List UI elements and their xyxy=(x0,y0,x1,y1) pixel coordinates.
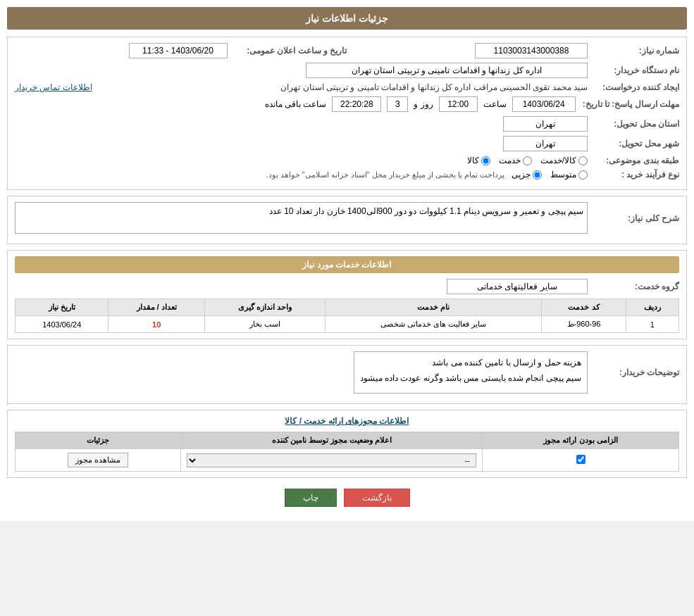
city-row: شهر محل تحویل: تهران xyxy=(15,136,679,151)
hours-remaining-label: ساعت باقی مانده xyxy=(265,99,327,109)
print-button[interactable]: چاپ xyxy=(285,489,337,507)
permits-table: الزامی بودن ارائه مجوز اعلام وضعیت مجوز … xyxy=(15,432,679,472)
creator-row: ایجاد کننده درخواست: سید محمد تقوی الحسی… xyxy=(15,82,679,92)
view-permit-button[interactable]: مشاهده مجوز xyxy=(68,453,128,467)
response-deadline-label: مهلت ارسال پاسخ: تا تاریخ: xyxy=(576,99,679,109)
province-value: تهران xyxy=(503,116,588,132)
cell-service-code: 960-96-ط xyxy=(542,316,626,333)
buyer-notes-content: هزینه حمل و ارسال با تامین کننده می باشد… xyxy=(354,351,588,394)
purchase-type-radio-group: متوسط جزیی xyxy=(512,170,588,180)
permits-title-link[interactable]: اطلاعات مجوزهای ارائه خدمت / کالا xyxy=(15,416,679,426)
city-value: تهران xyxy=(503,136,588,151)
category-label: طبقه بندی موضوعی: xyxy=(588,156,679,165)
need-number-label: شماره نیاز: xyxy=(588,46,679,56)
creator-label: ایجاد کننده درخواست: xyxy=(588,82,679,92)
purchase-note: پرداخت تمام یا بخشی از مبلغ خریدار محل "… xyxy=(266,170,504,180)
need-description-text[interactable] xyxy=(15,202,588,234)
cell-unit: اسب بخار xyxy=(204,316,325,333)
category-option-service[interactable]: خدمت xyxy=(499,156,532,165)
action-buttons: بازگشت چاپ xyxy=(7,489,687,507)
permit-col-details: جزئیات xyxy=(16,432,181,449)
main-info-section: شماره نیاز: 1103003143000388 تاریخ و ساع… xyxy=(7,37,687,190)
col-quantity: تعداد / مقدار xyxy=(109,299,204,316)
purchase-type-medium[interactable]: متوسط xyxy=(550,170,588,180)
col-date: تاریخ نیاز xyxy=(16,299,109,316)
service-group-value: سایر فعالیتهای خدماتی xyxy=(447,279,588,294)
creator-value: سید محمد تقوی الحسینی مراقب اداره کل زند… xyxy=(98,82,588,92)
col-service-code: کد خدمت xyxy=(542,299,626,316)
buyer-notes-label: توضیحات خریدار: xyxy=(588,367,679,377)
response-date: 1403/06/24 xyxy=(512,96,576,112)
permit-status-select[interactable]: -- xyxy=(187,453,476,467)
province-row: استان محل تحویل: تهران xyxy=(15,116,679,132)
days-label: روز و xyxy=(414,99,433,109)
need-number-value: 1103003143000388 xyxy=(475,43,588,58)
cell-row-num: 1 xyxy=(626,316,678,333)
page-title: جزئیات اطلاعات نیاز xyxy=(7,7,687,30)
cell-service-name: سایر فعالیت های خدماتی شخصی xyxy=(325,316,541,333)
table-row: 1 960-96-ط سایر فعالیت های خدماتی شخصی ا… xyxy=(16,316,679,333)
days-value: 3 xyxy=(387,96,408,112)
col-row-num: ردیف xyxy=(626,299,678,316)
buyer-note-line1: هزینه حمل و ارسال با تامین کننده می باشد xyxy=(360,356,581,371)
permit-status-cell: -- xyxy=(181,449,483,472)
top-row: شماره نیاز: 1103003143000388 تاریخ و ساع… xyxy=(15,43,679,58)
announce-datetime-label: تاریخ و ساعت اعلان عمومی: xyxy=(228,46,347,56)
purchase-type-row: نوع فرآیند خرید : متوسط جزیی پرداخت تمام… xyxy=(15,170,679,180)
category-row: طبقه بندی موضوعی: کالا/خدمت خدمت کالا xyxy=(15,156,679,165)
need-description-section: شرح کلی نیاز: xyxy=(7,196,687,244)
services-table-container: ردیف کد خدمت نام خدمت واحد اندازه گیری ت… xyxy=(15,298,679,333)
permit-required-checkbox[interactable] xyxy=(576,455,585,464)
buyer-notes-row: توضیحات خریدار: هزینه حمل و ارسال با تام… xyxy=(15,351,679,394)
need-description-label: شرح کلی نیاز: xyxy=(588,213,679,223)
category-option-goods-service[interactable]: کالا/خدمت xyxy=(540,156,588,165)
col-unit: واحد اندازه گیری xyxy=(204,299,325,316)
announce-datetime-value: 1403/06/20 - 11:33 xyxy=(129,43,228,58)
province-label: استان محل تحویل: xyxy=(588,119,679,129)
buyer-org-row: نام دستگاه خریدار: اداره کل زندانها و اق… xyxy=(15,63,679,78)
permit-col-status: اعلام وضعیت مجوز توسط نامین کننده xyxy=(181,432,483,449)
hours-remaining: 22:20:28 xyxy=(332,96,381,112)
purchase-type-label: نوع فرآیند خرید : xyxy=(588,170,679,180)
permit-required-cell xyxy=(483,449,679,472)
service-group-row: گروه خدمت: سایر فعالیتهای خدماتی xyxy=(15,279,679,294)
category-option-goods[interactable]: کالا xyxy=(467,156,490,165)
city-label: شهر محل تحویل: xyxy=(588,139,679,149)
deadline-row: مهلت ارسال پاسخ: تا تاریخ: 1403/06/24 سا… xyxy=(15,96,679,112)
response-time-label: ساعت xyxy=(483,99,507,109)
cell-date: 1403/06/24 xyxy=(16,316,109,333)
back-button[interactable]: بازگشت xyxy=(344,489,410,507)
deadline-date-row: 1403/06/24 ساعت 12:00 روز و 3 22:20:28 س… xyxy=(265,96,576,112)
buyer-org-label: نام دستگاه خریدار: xyxy=(588,65,679,75)
permit-row: -- مشاهده مجوز xyxy=(16,449,679,472)
purchase-type-partial[interactable]: جزیی xyxy=(512,170,542,180)
cell-quantity: 10 xyxy=(109,316,204,333)
permits-table-container: الزامی بودن ارائه مجوز اعلام وضعیت مجوز … xyxy=(15,432,679,472)
permits-section: اطلاعات مجوزهای ارائه خدمت / کالا الزامی… xyxy=(7,410,687,478)
permit-details-cell: مشاهده مجوز xyxy=(16,449,181,472)
category-radio-group: کالا/خدمت خدمت کالا xyxy=(467,156,588,165)
col-service-name: نام خدمت xyxy=(325,299,541,316)
service-group-label: گروه خدمت: xyxy=(588,282,679,291)
services-section: اطلاعات خدمات مورد نیاز گروه خدمت: سایر … xyxy=(7,250,687,339)
permit-col-required: الزامی بودن ارائه مجوز xyxy=(483,432,679,449)
buyer-note-line2: سیم پیچی انجام شده بایستی مس باشد وگرنه … xyxy=(360,371,581,386)
response-time: 12:00 xyxy=(439,96,478,112)
contact-link[interactable]: اطلاعات تماس خریدار xyxy=(15,82,92,92)
services-table: ردیف کد خدمت نام خدمت واحد اندازه گیری ت… xyxy=(15,298,679,333)
services-header: اطلاعات خدمات مورد نیاز xyxy=(15,256,679,273)
need-description-row: شرح کلی نیاز: xyxy=(15,202,679,234)
buyer-notes-section: توضیحات خریدار: هزینه حمل و ارسال با تام… xyxy=(7,345,687,404)
buyer-org-value: اداره کل زندانها و اقدامات تامینی و تربی… xyxy=(306,63,588,78)
